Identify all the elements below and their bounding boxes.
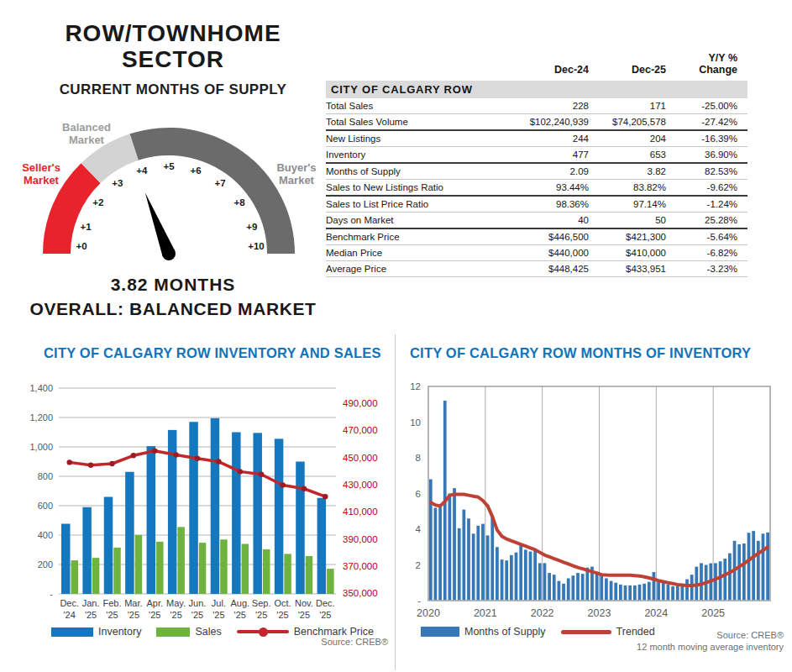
sales-bar: [284, 554, 291, 594]
months-of-supply-bar: [653, 572, 656, 601]
x-axis-month-label: Oct.: [274, 598, 291, 608]
col-header-dec24: Dec-24: [477, 52, 589, 81]
inventory-bar: [296, 462, 305, 595]
months-of-supply-bar: [714, 563, 717, 600]
col-header-yoy-change: Y/Y % Change: [666, 52, 747, 81]
months-of-supply-bar: [633, 585, 637, 601]
months-of-supply-bar: [752, 531, 755, 600]
right-axis-tick-label: 450,000: [343, 453, 378, 463]
y-axis-tick-label: 8: [416, 453, 421, 463]
months-of-supply-bar: [472, 533, 475, 600]
months-of-supply-bar: [496, 547, 499, 600]
benchmark-price-marker: [302, 486, 307, 491]
x-axis-year-label: 2021: [474, 607, 497, 619]
y-axis-tick-label: 2: [416, 560, 421, 570]
metric-label: Sales to New Listings Ratio: [326, 180, 477, 197]
inventory-legend-swatch: [51, 627, 93, 637]
gauge-subtitle: CURRENT MONTHS OF SUPPLY: [0, 81, 346, 98]
table-row: Total Sales Volume$102,240,939$74,205,57…: [326, 114, 747, 131]
gauge-tick-label: +0: [76, 241, 87, 251]
benchmark-price-legend-label: Benchmark Price: [294, 626, 374, 638]
months-of-supply-bar: [562, 584, 565, 601]
metric-value-yoy: -6.82%: [666, 245, 747, 261]
metric-value-dec24: 93.44%: [477, 180, 589, 197]
metric-value-yoy: -9.62%: [666, 180, 747, 197]
right-axis-tick-label: 390,000: [343, 534, 378, 544]
metric-value-dec24: 40: [477, 213, 589, 229]
market-report-page: ROW/TOWNHOME SECTOR CURRENT MONTHS OF SU…: [0, 0, 792, 672]
months-of-supply-bar: [600, 575, 603, 600]
metric-value-yoy: 25.28%: [666, 213, 747, 229]
x-axis-month-label: Dec.: [316, 598, 335, 608]
months-of-supply-bar: [676, 585, 679, 601]
x-axis-year-label: '25: [255, 610, 267, 620]
months-of-supply-bar: [619, 585, 622, 601]
right-axis-tick-label: 370,000: [343, 561, 378, 571]
x-axis-month-label: Jan.: [82, 598, 100, 608]
metric-label: Total Sales: [326, 98, 477, 114]
gauge-tick-label: +8: [234, 197, 246, 207]
metric-value-dec25: 3.82: [589, 163, 666, 180]
months-of-supply-bar: [690, 575, 694, 600]
months-of-supply-bar: [434, 508, 438, 601]
benchmark-price-marker: [131, 453, 136, 458]
x-axis-year-label: 2022: [531, 607, 554, 619]
page-title-line1: ROW/TOWNHOME: [0, 20, 346, 47]
source-credit-left: Source: CREB®: [321, 637, 388, 647]
x-axis-year-label: '25: [170, 610, 181, 620]
metric-value-yoy: -27.42%: [666, 114, 747, 131]
inventory-bar: [253, 433, 262, 594]
inventory-bar: [104, 497, 113, 595]
metric-value-dec24: 2.09: [477, 163, 589, 180]
left-axis-tick-label: 600: [38, 501, 53, 511]
trended-legend-swatch: [561, 630, 611, 634]
months-of-supply-bar: [614, 583, 617, 601]
benchmark-price-marker: [216, 459, 221, 464]
right-axis-tick-label: 350,000: [343, 588, 378, 598]
benchmark-price-marker: [323, 494, 328, 499]
months-of-supply-bar: [638, 585, 642, 601]
empty-header-cell: [326, 52, 477, 81]
table-row: Median Price$440,000$410,000-6.82%: [326, 245, 747, 261]
table-header-row: Dec-24 Dec-25 Y/Y % Change: [326, 52, 747, 81]
metric-value-dec24: 477: [477, 147, 589, 164]
months-of-supply-bar: [448, 494, 452, 601]
inventory-legend-label: Inventory: [98, 626, 141, 638]
sales-bar: [242, 544, 249, 595]
months-of-supply-bar: [462, 510, 465, 601]
right-axis-tick-label: 430,000: [343, 480, 378, 490]
months-of-supply-bar: [490, 517, 494, 600]
x-axis-month-label: Jul.: [212, 598, 226, 608]
table-row: Benchmark Price$446,500$421,300-5.64%: [326, 228, 747, 245]
metric-value-dec25: $410,000: [589, 245, 666, 261]
sales-legend-label: Sales: [195, 626, 221, 638]
x-axis-month-label: Mar.: [124, 598, 142, 608]
gauge-tick-label: +4: [136, 165, 148, 176]
metric-label: Average Price: [326, 261, 477, 277]
metric-value-dec25: 83.82%: [589, 180, 666, 197]
chart-right-legend: Months of Supply Trended: [421, 626, 670, 638]
metric-label: Sales to List Price Ratio: [326, 196, 477, 213]
table-row: New Listings244204-16.39%: [326, 130, 747, 147]
table-row: Sales to New Listings Ratio93.44%83.82%-…: [326, 180, 747, 197]
months-of-supply-bar: [700, 563, 703, 600]
table-section-row: CITY OF CALGARY ROW: [326, 81, 747, 98]
y-axis-tick-label: 6: [416, 489, 421, 499]
gauge-tick-label: +9: [246, 222, 257, 232]
left-axis-tick-label: 1,400: [29, 383, 53, 393]
months-of-supply-bar: [553, 575, 556, 600]
metric-value-dec25: 97.14%: [589, 196, 666, 213]
gauge-value-text: 3.82 MONTHS: [0, 275, 346, 295]
sales-bar: [177, 527, 185, 594]
inventory-bar: [317, 498, 327, 594]
months-of-supply-bar: [728, 554, 732, 601]
x-axis-month-label: Jun.: [189, 598, 207, 608]
metric-value-dec24: 98.36%: [477, 196, 589, 213]
gauge-tick-label: +3: [112, 178, 123, 188]
x-axis-year-label: 2023: [588, 607, 611, 619]
metric-value-dec25: 171: [589, 98, 666, 114]
months-of-supply-gauge: +0+1+2+3+4+5+6+7+8+9+10: [0, 111, 346, 267]
table-row: Average Price$448,425$433,951-3.23%: [326, 261, 747, 277]
sales-bar: [113, 548, 121, 594]
months-of-supply-bar: [438, 507, 442, 600]
